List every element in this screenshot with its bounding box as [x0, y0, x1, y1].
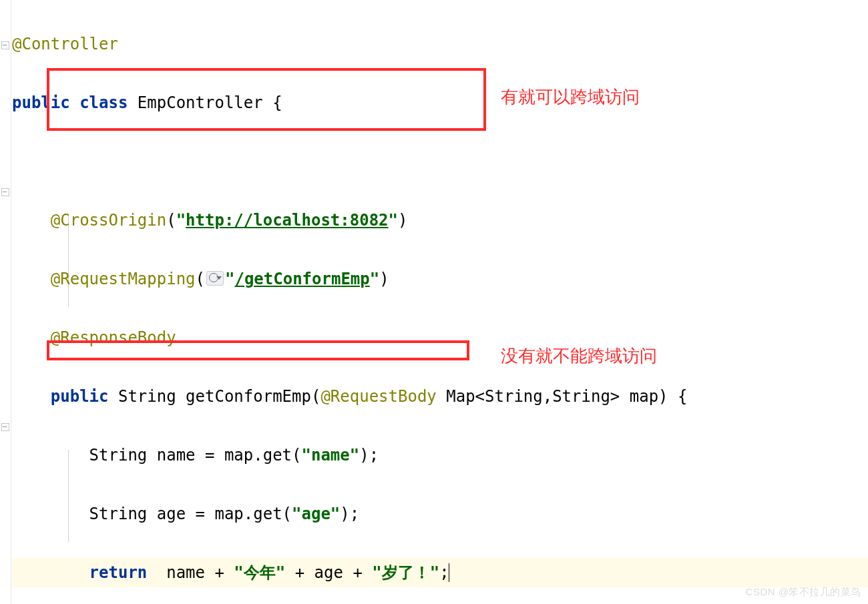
- code-line: String name = map.get("name");: [12, 440, 868, 470]
- callout-text-has: 有就可以跨域访问: [501, 85, 640, 109]
- code-line: [12, 147, 868, 176]
- watermark: CSDN @笨不拉几的菜鸟: [746, 586, 861, 599]
- code-line: @CrossOrigin("http://localhost:8082"): [12, 206, 868, 235]
- code-line: @Controller: [12, 29, 868, 59]
- code-line: public class EmpController {: [12, 88, 868, 117]
- callout-text-none: 没有就不能跨域访问: [501, 344, 657, 368]
- code-line: @ResponseBody: [12, 323, 868, 352]
- text-caret: [449, 563, 449, 582]
- code-line: String age = map.get("age");: [12, 499, 868, 529]
- fold-icon[interactable]: [1, 188, 9, 196]
- editor-gutter: [0, 0, 11, 604]
- annotation-requestmapping: @RequestMapping: [51, 270, 196, 288]
- code-line-highlighted: return name + "今年" + age + "岁了！";: [12, 558, 868, 587]
- code-line: public String getConformEmp(@RequestBody…: [12, 382, 868, 411]
- annotation-crossorigin: @CrossOrigin: [51, 211, 166, 230]
- fold-icon[interactable]: [1, 41, 9, 49]
- annotation-responsebody: @ResponseBody: [51, 328, 176, 347]
- annotation-controller: @Controller: [12, 35, 118, 53]
- code-line: @RequestMapping("/getConformEmp"): [12, 264, 868, 294]
- globe-icon[interactable]: [206, 271, 224, 286]
- url-link[interactable]: http://localhost:8082: [186, 211, 388, 230]
- fold-icon[interactable]: [1, 423, 9, 431]
- code-editor[interactable]: @Controller public class EmpController {…: [12, 0, 868, 604]
